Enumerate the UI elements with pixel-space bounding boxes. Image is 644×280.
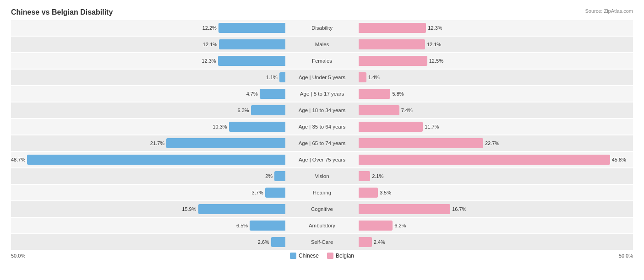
bar-row: 10.3% Age | 35 to 64 years 11.7%	[11, 119, 633, 135]
blue-bar	[250, 221, 285, 231]
right-section: 12.1%	[359, 37, 633, 52]
bar-row: 6.5% Ambulatory 6.2%	[11, 218, 633, 233]
pink-bar	[359, 204, 450, 214]
pink-bar	[359, 89, 390, 99]
pink-bar	[359, 221, 393, 231]
pink-bar	[359, 39, 425, 49]
blue-bar	[271, 237, 285, 247]
left-section: 3.7%	[11, 185, 285, 200]
chart-container: Chinese vs Belgian Disability Source: Zi…	[0, 0, 644, 264]
bar-inner: 15.9% Cognitive 16.7%	[11, 201, 633, 217]
chinese-legend-label: Chinese	[299, 253, 319, 259]
left-section: 21.7%	[11, 135, 285, 151]
belgian-value: 22.7%	[485, 140, 499, 146]
right-section: 6.2%	[359, 218, 633, 233]
belgian-value: 2.1%	[372, 173, 383, 179]
chinese-value: 2.6%	[258, 239, 269, 245]
belgian-value: 6.2%	[394, 223, 406, 228]
bar-row: 15.9% Cognitive 16.7%	[11, 201, 633, 217]
left-section: 4.7%	[11, 86, 285, 102]
belgian-value: 7.4%	[401, 108, 413, 113]
bar-inner: 12.2% Disability 12.3%	[11, 20, 633, 36]
belgian-value: 12.1%	[427, 42, 441, 47]
chinese-legend-box	[290, 253, 296, 259]
scale-right: 50.0%	[619, 253, 633, 258]
pink-bar	[359, 138, 483, 148]
pink-bar	[359, 56, 427, 66]
blue-bar	[219, 39, 285, 49]
belgian-legend-label: Belgian	[336, 253, 354, 259]
right-section: 22.7%	[359, 135, 633, 151]
belgian-legend-box	[327, 253, 333, 259]
right-section: 11.7%	[359, 119, 633, 135]
right-section: 7.4%	[359, 102, 633, 118]
chinese-value: 10.3%	[213, 124, 227, 129]
pink-bar	[359, 122, 423, 132]
pink-bar	[359, 23, 426, 33]
blue-bar	[198, 204, 285, 214]
bar-row: 6.3% Age | 18 to 34 years 7.4%	[11, 102, 633, 118]
belgian-value: 5.8%	[392, 91, 404, 97]
bar-label: Cognitive	[285, 206, 359, 212]
chinese-value: 2%	[265, 173, 273, 179]
bar-inner: 12.3% Females 12.5%	[11, 53, 633, 69]
chinese-value: 15.9%	[182, 206, 196, 212]
belgian-value: 2.4%	[374, 239, 385, 245]
pink-bar	[359, 188, 378, 198]
belgian-value: 3.5%	[380, 190, 391, 195]
bar-label: Age | 5 to 17 years	[285, 91, 359, 97]
right-section: 5.8%	[359, 86, 633, 102]
blue-bar	[279, 72, 285, 82]
chinese-value: 6.5%	[236, 223, 248, 228]
bar-row: 3.7% Hearing 3.5%	[11, 185, 633, 200]
left-section: 15.9%	[11, 201, 285, 217]
bar-inner: 3.7% Hearing 3.5%	[11, 185, 633, 200]
bar-inner: 10.3% Age | 35 to 64 years 11.7%	[11, 119, 633, 135]
pink-bar	[359, 171, 370, 181]
legend-item-chinese: Chinese	[290, 253, 319, 259]
blue-bar	[260, 89, 285, 99]
bar-inner: 48.7% Age | Over 75 years 45.8%	[11, 152, 633, 167]
bar-label: Self-Care	[285, 239, 359, 245]
bar-label: Age | 35 to 64 years	[285, 124, 359, 129]
belgian-value: 1.4%	[368, 75, 380, 80]
bar-row: 21.7% Age | 65 to 74 years 22.7%	[11, 135, 633, 151]
bar-inner: 4.7% Age | 5 to 17 years 5.8%	[11, 86, 633, 102]
bar-label: Hearing	[285, 190, 359, 195]
chinese-value: 6.3%	[237, 108, 249, 113]
left-section: 12.3%	[11, 53, 285, 69]
scale-left: 50.0%	[11, 253, 25, 258]
left-section: 6.5%	[11, 218, 285, 233]
left-section: 48.7%	[11, 152, 285, 167]
pink-bar	[359, 237, 372, 247]
chinese-value: 4.7%	[246, 91, 258, 97]
left-section: 12.2%	[11, 20, 285, 36]
blue-bar	[166, 138, 285, 148]
chinese-value: 12.3%	[202, 58, 216, 64]
chinese-value: 3.7%	[252, 190, 263, 195]
chinese-value: 12.1%	[203, 42, 217, 47]
belgian-value: 11.7%	[425, 124, 439, 129]
blue-bar	[251, 105, 285, 115]
bar-row: 4.7% Age | 5 to 17 years 5.8%	[11, 86, 633, 102]
left-section: 12.1%	[11, 37, 285, 52]
chinese-value: 12.2%	[202, 25, 217, 31]
left-section: 10.3%	[11, 119, 285, 135]
right-section: 12.3%	[359, 20, 633, 36]
bar-label: Vision	[285, 173, 359, 179]
bar-label: Females	[285, 58, 359, 64]
right-section: 2.4%	[359, 234, 633, 250]
blue-bar	[265, 188, 285, 198]
bar-row: 12.3% Females 12.5%	[11, 53, 633, 69]
bar-inner: 2.6% Self-Care 2.4%	[11, 234, 633, 250]
right-section: 12.5%	[359, 53, 633, 69]
right-section: 45.8%	[359, 152, 633, 167]
right-section: 16.7%	[359, 201, 633, 217]
bar-label: Ambulatory	[285, 223, 359, 228]
blue-bar	[218, 23, 285, 33]
bar-inner: 1.1% Age | Under 5 years 1.4%	[11, 70, 633, 85]
pink-bar	[359, 155, 610, 165]
left-section: 1.1%	[11, 70, 285, 85]
blue-bar	[218, 56, 285, 66]
bar-label: Disability	[285, 25, 359, 31]
